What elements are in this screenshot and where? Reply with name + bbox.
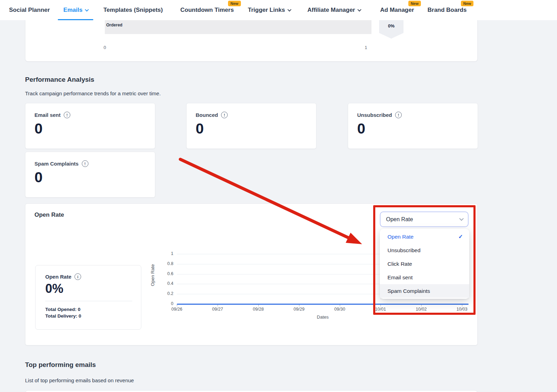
nav-item-label: Templates (Snippets)	[103, 7, 163, 14]
nav-item-ad-manager[interactable]: Ad ManagerNew	[380, 0, 414, 20]
chart-y-axis-title: Open Rate	[137, 259, 168, 291]
open-rate-card-title: Open Rate	[34, 211, 64, 218]
nav-item-label: Trigger Links	[248, 7, 285, 14]
menu-item-email-sent[interactable]: Email sent	[380, 271, 469, 284]
chart-xtick-label: 09/27	[207, 307, 228, 312]
funnel-chart-card: Ordered 0% 01	[25, 17, 478, 62]
chart-xtick-label: 09/26	[166, 307, 187, 312]
total-opened: Total Opened: 0	[45, 306, 131, 313]
top-performing-subtitle: List of top performing emails based on r…	[25, 377, 134, 383]
nav-item-affiliate-manager[interactable]: Affiliate Manager	[307, 0, 360, 20]
metric-select[interactable]: Open Rate	[380, 211, 469, 227]
nav-item-trigger-links[interactable]: Trigger Links	[248, 0, 290, 20]
chart-ytick-label: 0.2	[159, 291, 173, 296]
metric-label: Unsubscribed	[357, 112, 392, 118]
new-badge: New	[228, 1, 241, 6]
metric-label: Bounced	[196, 112, 218, 118]
metric-card-email-sent: Email sent!0	[25, 103, 155, 149]
nav-item-label: Countdown Timers	[180, 7, 234, 14]
chart-xtick-label: 09/28	[248, 307, 269, 312]
alert-circle-icon[interactable]: !	[221, 112, 228, 118]
chevron-down-icon	[85, 8, 89, 11]
metric-value: 0	[196, 121, 307, 136]
menu-item-label: Spam Complaints	[387, 284, 430, 298]
nav-item-brand-boards[interactable]: Brand BoardsNew	[427, 0, 466, 20]
metric-label: Email sent	[34, 112, 61, 118]
check-icon: ✓	[458, 230, 463, 243]
menu-item-click-rate[interactable]: Click Rate	[380, 257, 469, 271]
open-rate-card: Open Rate Open Rate i 0% Total Opened: 0…	[25, 203, 478, 345]
chart-series-line	[177, 304, 469, 305]
funnel-axis-tick: 0	[99, 45, 110, 50]
metric-card-bounced: Bounced!0	[186, 103, 316, 149]
funnel-bar-label: Ordered	[106, 23, 123, 27]
metric-value: 0	[34, 121, 146, 136]
alert-circle-icon[interactable]: !	[395, 112, 402, 118]
email-analytics-page: Ordered 0% 01 Social PlannerEmailsTempla…	[0, 0, 557, 392]
menu-item-label: Email sent	[387, 271, 413, 284]
chevron-down-icon	[288, 8, 291, 11]
metric-card-spam-complaints: Spam Complaints!0	[25, 152, 155, 198]
funnel-axis-tick: 1	[360, 45, 371, 50]
open-rate-stat-label: Open Rate	[45, 274, 71, 280]
menu-item-label: Open Rate	[387, 230, 414, 243]
nav-item-label: Brand Boards	[427, 7, 466, 14]
divider	[45, 301, 132, 301]
open-rate-stat-card: Open Rate i 0% Total Opened: 0 Total Del…	[35, 265, 141, 330]
metric-dropdown-menu: Open Rate✓UnsubscribedClick RateEmail se…	[380, 229, 469, 299]
nav-item-countdown-timers[interactable]: Countdown TimersNew	[180, 0, 234, 20]
chart-xtick-label: 10/01	[370, 307, 391, 312]
open-rate-stat-value: 0%	[45, 282, 131, 295]
top-performing-card	[25, 390, 478, 392]
new-badge: New	[461, 1, 474, 6]
menu-item-unsubscribed[interactable]: Unsubscribed	[380, 243, 469, 257]
chart-ytick-label: 0	[159, 301, 173, 306]
nav-item-emails[interactable]: Emails	[58, 0, 93, 20]
active-tab-underline	[58, 19, 93, 20]
chart-xtick-label: 10/02	[411, 307, 432, 312]
menu-item-label: Unsubscribed	[387, 243, 421, 257]
alert-circle-icon[interactable]: !	[82, 160, 88, 167]
nav-item-label: Affiliate Manager	[307, 7, 355, 14]
performance-analysis-subtitle: Track campaign performance trends for a …	[25, 90, 161, 96]
chart-xtick-label: 10/03	[452, 307, 472, 312]
metric-select-value: Open Rate	[386, 216, 413, 223]
menu-item-label: Click Rate	[387, 257, 412, 271]
top-nav: Social PlannerEmailsTemplates (Snippets)…	[0, 0, 557, 20]
nav-item-social-planner[interactable]: Social Planner	[9, 0, 50, 20]
funnel-stage-marker: 0%	[379, 18, 403, 39]
metric-label: Spam Complaints	[34, 161, 79, 167]
chart-ytick-label: 1	[159, 251, 173, 256]
alert-circle-icon[interactable]: !	[64, 112, 70, 118]
info-circle-icon[interactable]: i	[74, 273, 81, 280]
chart-x-axis-title: Dates	[177, 314, 469, 320]
menu-item-open-rate[interactable]: Open Rate✓	[380, 230, 469, 243]
nav-item-label: Emails	[63, 7, 83, 14]
metric-value: 0	[34, 170, 146, 185]
chevron-down-icon	[358, 8, 361, 11]
metric-card-unsubscribed: Unsubscribed!0	[348, 103, 478, 149]
nav-item-templates-snippets[interactable]: Templates (Snippets)	[103, 0, 163, 20]
performance-analysis-title: Performance Analysis	[25, 76, 94, 83]
top-performing-title: Top performing emails	[25, 361, 96, 369]
nav-item-label: Ad Manager	[380, 7, 414, 14]
menu-item-spam-complaints[interactable]: Spam Complaints	[380, 284, 469, 298]
chevron-down-icon	[459, 216, 464, 221]
funnel-stage-percent: 0%	[388, 23, 395, 29]
total-delivery: Total Delivery: 0	[45, 313, 131, 320]
chart-xtick-label: 09/29	[289, 307, 309, 312]
chart-xtick-label: 09/30	[329, 307, 350, 312]
nav-item-label: Social Planner	[9, 7, 50, 14]
new-badge: New	[408, 1, 421, 6]
metric-value: 0	[357, 121, 469, 136]
funnel-bar-ordered[interactable]: Ordered	[105, 19, 371, 34]
